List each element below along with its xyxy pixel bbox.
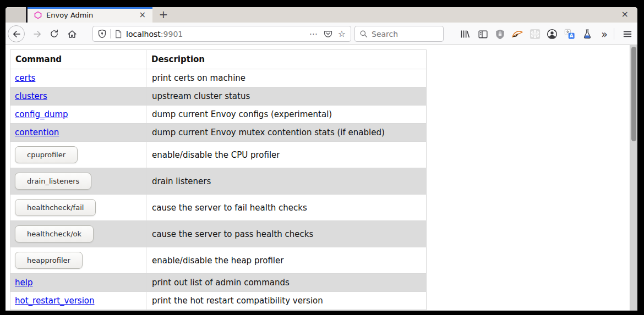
- envoy-favicon-icon: [34, 11, 42, 19]
- column-header-command: Command: [10, 50, 146, 69]
- description-cell: print certs on machine: [146, 69, 427, 87]
- command-link-contention[interactable]: contention: [15, 128, 59, 137]
- tracking-protection-icon[interactable]: [98, 29, 106, 38]
- scrollbar-track[interactable]: [630, 45, 637, 311]
- table-row: hot_restart_versionprint the hot restart…: [10, 292, 427, 310]
- hamburger-menu-icon: [623, 30, 632, 38]
- tab-bar: Envoy Admin × + ×: [6, 7, 637, 23]
- table-row: heapprofilerenable/disable the heap prof…: [10, 247, 427, 274]
- page-content: Command Description certsprint certs on …: [6, 45, 637, 311]
- page-actions-icon[interactable]: ⋯: [309, 29, 318, 39]
- command-cell: healthcheck/fail: [10, 195, 146, 221]
- table-row: drain_listenersdrain listeners: [10, 168, 427, 195]
- browser-window: Envoy Admin × + ×: [6, 7, 637, 311]
- flask-icon: [582, 29, 593, 40]
- table-header-row: Command Description: [10, 50, 427, 69]
- svg-text:A: A: [570, 33, 574, 38]
- forward-button[interactable]: [29, 25, 46, 42]
- command-cell: hot_restart_version: [10, 292, 146, 310]
- window-close-icon[interactable]: ×: [621, 7, 629, 23]
- description-cell: dump current Envoy mutex contention stat…: [146, 124, 427, 142]
- command-cell: cpuprofiler: [10, 142, 146, 168]
- overflow-menu-button[interactable]: »: [598, 27, 611, 41]
- titlebar-spacer: [6, 8, 26, 23]
- overflow-chevron-icon: »: [601, 28, 608, 40]
- flask-button[interactable]: [581, 27, 594, 41]
- command-cell: drain_listeners: [10, 168, 146, 195]
- shield-lock-icon: [495, 29, 505, 40]
- scrollbar-thumb[interactable]: [631, 47, 636, 141]
- command-cell: help: [10, 274, 146, 292]
- back-arrow-icon: [12, 29, 21, 39]
- urlbar-divider: [110, 29, 111, 38]
- sidebar-icon: [478, 30, 488, 39]
- command-cell: contention: [10, 124, 146, 142]
- admin-command-table: Command Description certsprint certs on …: [10, 49, 427, 310]
- command-cell: clusters: [10, 87, 146, 106]
- extension-shield-button[interactable]: [493, 27, 506, 41]
- translate-button[interactable]: A: [563, 27, 576, 41]
- library-button[interactable]: [459, 27, 472, 41]
- account-button[interactable]: [545, 27, 559, 41]
- search-bar[interactable]: Search: [354, 26, 444, 42]
- account-icon: [547, 29, 558, 40]
- sidebars-button[interactable]: [476, 27, 489, 41]
- screenshot-root: { "browser": { "tab_title": "Envoy Admin…: [0, 0, 644, 315]
- tab-title: Envoy Admin: [46, 11, 137, 19]
- privacy-badger-icon: [511, 29, 523, 39]
- tab-close-icon[interactable]: ×: [137, 11, 148, 19]
- browser-tab-envoy-admin[interactable]: Envoy Admin ×: [28, 7, 152, 23]
- url-host-text: localhost: [126, 30, 161, 38]
- reload-button[interactable]: [46, 25, 63, 42]
- command-link-hot_restart_version[interactable]: hot_restart_version: [15, 296, 95, 306]
- forward-arrow-icon: [32, 29, 42, 39]
- back-button[interactable]: [8, 25, 25, 42]
- description-cell: dump current Envoy configs (experimental…: [146, 106, 427, 124]
- menu-button[interactable]: [621, 27, 634, 41]
- privacy-badger-button[interactable]: [511, 27, 524, 41]
- command-button-drain_listeners[interactable]: drain_listeners: [15, 173, 91, 190]
- translate-icon: A: [564, 29, 575, 40]
- table-row: contentiondump current Envoy mutex conte…: [10, 124, 427, 142]
- command-link-clusters[interactable]: clusters: [15, 91, 47, 101]
- navigation-toolbar: localhost:9901 ⋯ ☆ Search: [6, 23, 637, 45]
- description-cell: enable/disable the CPU profiler: [146, 142, 427, 168]
- description-cell: print out list of admin commands: [146, 274, 427, 292]
- url-port-text: :9901: [161, 30, 183, 38]
- table-row: healthcheck/failcause the server to fail…: [10, 195, 427, 221]
- command-cell: config_dump: [10, 106, 146, 124]
- table-row: cpuprofilerenable/disable the CPU profil…: [10, 142, 427, 168]
- active-tab-indicator: [28, 7, 152, 9]
- command-cell: heapprofiler: [10, 247, 146, 274]
- bookmark-star-icon[interactable]: ☆: [338, 29, 346, 39]
- page-info-icon[interactable]: [114, 30, 122, 38]
- command-table-body: certsprint certs on machineclustersupstr…: [10, 69, 427, 310]
- description-cell: cause the server to fail health checks: [146, 195, 427, 221]
- command-link-certs[interactable]: certs: [15, 73, 35, 83]
- home-button[interactable]: [63, 25, 80, 42]
- search-placeholder: Search: [372, 30, 398, 38]
- new-tab-button[interactable]: +: [156, 7, 171, 23]
- url-bar[interactable]: localhost:9901 ⋯ ☆: [92, 26, 351, 42]
- command-link-help[interactable]: help: [15, 278, 32, 288]
- library-icon: [460, 29, 471, 39]
- home-icon: [67, 29, 77, 39]
- reload-icon: [50, 29, 59, 38]
- table-row: certsprint certs on machine: [10, 69, 427, 87]
- search-icon: [359, 30, 368, 38]
- description-cell: drain listeners: [146, 168, 427, 195]
- command-button-cpuprofiler[interactable]: cpuprofiler: [15, 146, 78, 163]
- command-button-heapprofiler[interactable]: heapprofiler: [15, 252, 83, 269]
- table-row: helpprint out list of admin commands: [10, 274, 427, 292]
- table-row: config_dumpdump current Envoy configs (e…: [10, 106, 427, 124]
- command-cell: healthcheck/ok: [10, 221, 146, 247]
- command-button-healthcheck/ok[interactable]: healthcheck/ok: [15, 225, 94, 242]
- column-header-description: Description: [146, 50, 427, 69]
- disabled-extension-button[interactable]: [528, 27, 542, 41]
- pocket-icon[interactable]: [324, 30, 332, 38]
- command-button-healthcheck/fail[interactable]: healthcheck/fail: [15, 199, 96, 216]
- table-row: healthcheck/okcause the server to pass h…: [10, 221, 427, 247]
- command-cell: certs: [10, 69, 146, 87]
- description-cell: print the hot restart compatibility vers…: [146, 292, 427, 310]
- command-link-config_dump[interactable]: config_dump: [15, 109, 68, 119]
